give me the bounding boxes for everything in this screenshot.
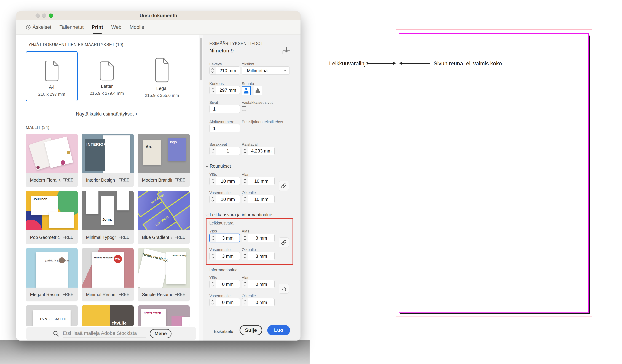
margin-top-label: Ylös [209,172,217,177]
stepper[interactable] [210,280,216,288]
create-button[interactable]: Luo [267,325,290,335]
margin-top-field[interactable]: 10 mm [209,177,240,185]
template-name: Minimal Typographi… [86,235,117,240]
stepper[interactable] [210,252,216,260]
show-all-presets-link[interactable]: Näytä kaikki esimääritykset + [26,111,188,117]
start-number-field[interactable]: 1 [209,124,240,133]
bleed-top-field[interactable]: 3 mm [209,233,240,242]
stepper[interactable] [210,177,216,185]
section-title: Leikkausvara ja informaatioalue [210,212,272,217]
slug-top-field[interactable]: 0 mm [209,280,240,288]
stepper[interactable] [242,195,248,203]
stepper[interactable] [242,252,248,260]
template-card[interactable]: logo Aa. Modern Branding St…FREE [138,134,190,187]
template-card[interactable]: Modern Floral Valen…FREE [26,134,78,187]
template-card[interactable]: NEWSLETTER [138,305,190,326]
template-card[interactable]: INTERIORS Interior Design Maga…FREE [82,134,134,187]
gutter-field[interactable]: 4,233 mm [242,147,274,155]
page-edge-rectangle [399,33,589,313]
margins-section-header[interactable]: Reunukset [206,164,231,169]
tab-recent[interactable]: Äskeiset [26,24,51,30]
stepper[interactable] [242,298,248,306]
bleed-right-field[interactable]: 3 mm [242,252,274,260]
portrait-orientation-button[interactable] [242,86,251,95]
tab-print[interactable]: Print [92,24,103,30]
tab-web[interactable]: Web [111,24,121,30]
field-value: 3 mm [248,252,274,260]
facing-pages-checkbox[interactable] [242,106,246,111]
tab-saved[interactable]: Tallennetut [59,24,83,30]
preview-checkbox[interactable] [207,329,211,333]
margin-right-field[interactable]: 10 mm [242,195,274,203]
field-value: 0 mm [248,280,274,288]
primary-text-frame-checkbox[interactable] [242,126,246,130]
preset-a4[interactable]: A4 210 x 297 mm [26,51,78,101]
margins-link-button[interactable] [279,181,289,191]
scrollbar-track[interactable] [199,35,203,341]
template-card[interactable]: JANET SMITH [26,305,78,326]
units-dropdown[interactable]: Millimetriä [242,66,290,75]
template-card[interactable]: John. Minimal Typographi…FREE [82,191,134,244]
width-field[interactable]: 210 mm [209,66,240,75]
template-name: Simple Resume Layout [142,292,172,297]
bleed-slug-section-header[interactable]: Leikkausvara ja informaatioalue [206,212,272,217]
primary-text-frame-label: Ensisijainen tekstikehys [242,120,283,124]
stepper[interactable] [242,177,248,185]
stepper[interactable] [210,195,216,203]
field-value: 297 mm [216,86,240,94]
stepper[interactable] [242,147,248,155]
search-icon [53,331,59,337]
stepper[interactable] [210,147,216,155]
pages-field[interactable]: 1 [209,105,240,113]
close-dialog-button[interactable]: Sulje [240,325,262,335]
thumbnail-text: Aa. [146,144,152,149]
columns-field[interactable]: 1 [209,147,240,155]
slug-left-field[interactable]: 0 mm [209,298,240,307]
chevron-down-icon [206,164,209,167]
thumbnail-text: patricia johnson. [45,258,70,262]
titlebar: Uusi dokumentti [16,11,301,20]
template-card[interactable]: Jane Smith Jane Smith Blue Gradient Busi… [138,191,190,244]
save-preset-icon[interactable] [282,46,291,56]
stepper[interactable] [210,67,216,75]
preset-legal[interactable]: Legal 215,9 x 355,6 mm [136,51,188,101]
height-field[interactable]: 297 mm [209,86,240,94]
slug-link-button[interactable] [279,284,289,294]
bleed-bottom-field[interactable]: 3 mm [242,234,274,242]
preset-letter[interactable]: Letter 215,9 x 279,4 mm [81,51,133,101]
slug-right-field[interactable]: 0 mm [242,298,274,307]
height-label: Korkeus [209,81,224,86]
search-input[interactable] [63,329,146,338]
document-icon [43,60,60,82]
template-name: Modern Floral Valen… [30,177,60,183]
chevron-down-icon [284,69,287,72]
bleed-left-field[interactable]: 3 mm [209,252,240,260]
bleed-link-button[interactable] [279,237,289,248]
stepper[interactable] [242,234,248,242]
template-card[interactable]: patricia johnson. Elegant Resume Lay…FRE… [26,248,78,301]
page-shadow-right [589,36,590,314]
chain-link-icon [281,183,287,189]
margin-bottom-field[interactable]: 10 mm [242,177,274,185]
stepper[interactable] [210,234,216,242]
stepper[interactable] [210,298,216,306]
field-value: 1 [210,124,240,132]
document-name-input[interactable]: Nimetön 9 [209,48,234,54]
template-card[interactable]: Wilkins Micawber W.M Minimal Resume Lay…… [82,248,134,301]
stepper[interactable] [210,86,216,94]
landscape-orientation-button[interactable] [253,86,262,95]
tab-mobile[interactable]: Mobile [130,24,144,30]
scrollbar-thumb[interactable] [200,38,202,80]
slug-bottom-field[interactable]: 0 mm [242,280,274,288]
template-card[interactable]: JOHN DOE Pop Geometric Busin…FREE [26,191,78,244]
search-go-button[interactable]: Mene [150,329,172,338]
preset-name: A4 [49,84,55,90]
landscape-icon [255,88,260,93]
stepper[interactable] [242,280,248,288]
template-card[interactable]: Hello! I'm Nelly. Hello! I'm Nelly. Simp… [138,248,190,301]
units-label: Yksiköt [242,62,254,66]
document-icon [154,57,170,83]
free-badge: FREE [62,178,73,183]
margin-left-field[interactable]: 10 mm [209,195,240,203]
template-card[interactable]: travel cityLife [82,305,134,326]
